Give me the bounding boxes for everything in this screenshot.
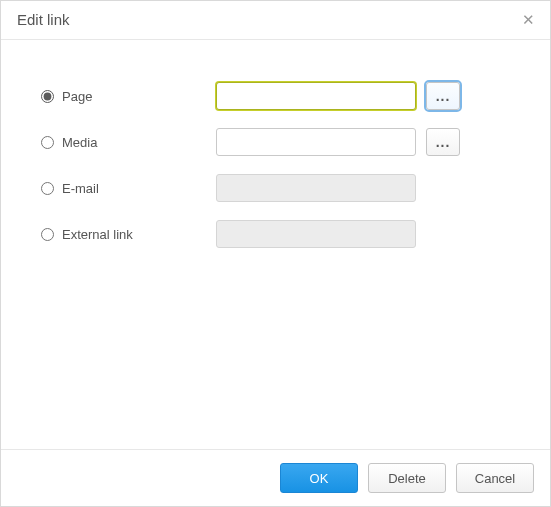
external-input xyxy=(216,220,416,248)
dialog-title: Edit link xyxy=(17,1,518,39)
option-row-external: External link xyxy=(41,218,510,250)
radio-label-text: External link xyxy=(62,227,133,242)
option-row-media: Media ... xyxy=(41,126,510,158)
radio-page[interactable]: Page xyxy=(41,89,206,104)
delete-button[interactable]: Delete xyxy=(368,463,446,493)
radio-input-page[interactable] xyxy=(41,90,54,103)
close-icon[interactable]: ✕ xyxy=(518,10,538,30)
radio-label-text: Page xyxy=(62,89,92,104)
radio-external[interactable]: External link xyxy=(41,227,206,242)
radio-label-text: E-mail xyxy=(62,181,99,196)
cancel-button[interactable]: Cancel xyxy=(456,463,534,493)
browse-media-button[interactable]: ... xyxy=(426,128,460,156)
ok-button[interactable]: OK xyxy=(280,463,358,493)
dialog-buttonbar: OK Delete Cancel xyxy=(1,449,550,506)
radio-input-media[interactable] xyxy=(41,136,54,149)
dialog-body: Page ... Media ... E-mail xyxy=(1,40,550,449)
radio-input-external[interactable] xyxy=(41,228,54,241)
media-input[interactable] xyxy=(216,128,416,156)
option-row-email: E-mail xyxy=(41,172,510,204)
radio-email[interactable]: E-mail xyxy=(41,181,206,196)
radio-label-text: Media xyxy=(62,135,97,150)
email-input xyxy=(216,174,416,202)
edit-link-dialog: Edit link ✕ Page ... Media ... E-m xyxy=(0,0,551,507)
browse-page-button[interactable]: ... xyxy=(426,82,460,110)
page-input[interactable] xyxy=(216,82,416,110)
radio-input-email[interactable] xyxy=(41,182,54,195)
dialog-titlebar: Edit link ✕ xyxy=(1,1,550,40)
radio-media[interactable]: Media xyxy=(41,135,206,150)
option-row-page: Page ... xyxy=(41,80,510,112)
